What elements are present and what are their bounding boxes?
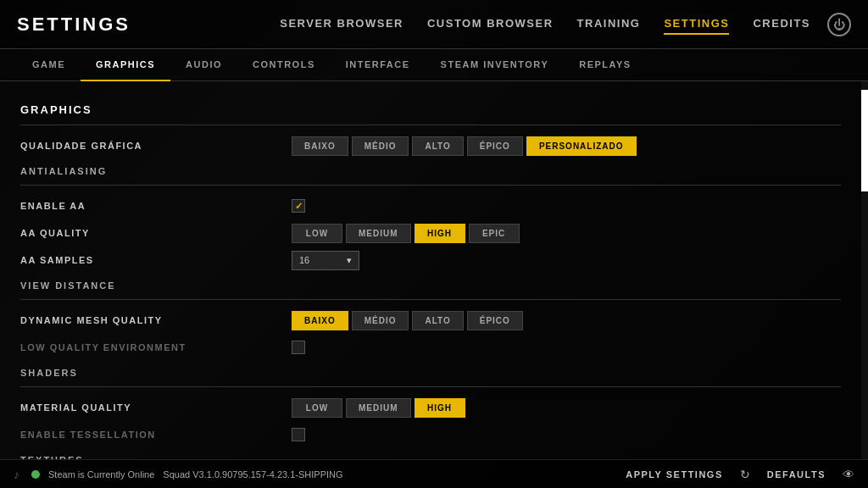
aa-btn-medium[interactable]: MEDIUM	[346, 224, 411, 243]
view-distance-title: VIEW DISTANCE	[20, 280, 841, 291]
main-content: GRAPHICS QUALIDADE GRÁFICA BAIXO MÉDIO A…	[0, 81, 868, 459]
aa-btn-high[interactable]: HIGH	[415, 224, 465, 243]
btn-baixo[interactable]: BAIXO	[292, 136, 348, 156]
defaults-button[interactable]: DEFAULTS	[767, 469, 826, 480]
nav-settings[interactable]: SETTINGS	[664, 14, 729, 35]
tab-replays[interactable]: REPLAYS	[564, 49, 646, 81]
nav-links: SERVER BROWSER CUSTOM BROWSER TRAINING S…	[280, 14, 810, 35]
power-button[interactable]: ⏻	[827, 13, 851, 36]
music-note-icon: ♪	[14, 468, 19, 481]
steam-status-dot	[31, 470, 40, 479]
aa-samples-label: AA SAMPLES	[20, 255, 292, 265]
status-right: APPLY SETTINGS ↻ DEFAULTS 👁	[626, 468, 854, 481]
nav-custom-browser[interactable]: CUSTOM BROWSER	[427, 14, 554, 35]
nav-training[interactable]: TRAINING	[577, 14, 641, 35]
nav-credits[interactable]: CREDITS	[753, 14, 810, 35]
btn-personalizado[interactable]: PERSONALIZADO	[526, 136, 637, 156]
material-quality-options: LOW MEDIUM HIGH	[292, 398, 465, 418]
nav-server-browser[interactable]: SERVER BROWSER	[280, 14, 403, 35]
qualidade-grafica-options: BAIXO MÉDIO ALTO ÉPICO PERSONALIZADO	[292, 136, 637, 156]
refresh-icon[interactable]: ↻	[740, 468, 750, 481]
low-quality-env-label: LOW QUALITY ENVIRONMENT	[20, 342, 292, 352]
tab-steam-inventory[interactable]: STEAM INVENTORY	[426, 49, 565, 81]
steam-status-text: Steam is Currently Online	[48, 469, 154, 480]
tab-interface[interactable]: INTERFACE	[331, 49, 426, 81]
enable-aa-row: ENABLE AA	[20, 192, 841, 219]
tab-bar: GAME GRAPHICS AUDIO CONTROLS INTERFACE S…	[0, 49, 868, 81]
scrollbar-track[interactable]	[861, 81, 868, 459]
dynamic-mesh-quality-row: DYNAMIC MESH QUALITY BAIXO MÉDIO ALTO ÉP…	[20, 307, 841, 334]
settings-panel: GRAPHICS QUALIDADE GRÁFICA BAIXO MÉDIO A…	[0, 81, 861, 459]
qualidade-grafica-row: QUALIDADE GRÁFICA BAIXO MÉDIO ALTO ÉPICO…	[20, 132, 841, 159]
scrollbar-thumb[interactable]	[861, 90, 868, 191]
enable-aa-label: ENABLE AA	[20, 201, 292, 211]
eye-icon[interactable]: 👁	[843, 468, 854, 481]
enable-tessellation-row: ENABLE TESSELLATION	[20, 421, 841, 448]
dynamic-mesh-quality-label: DYNAMIC MESH QUALITY	[20, 315, 292, 325]
aa-btn-low[interactable]: LOW	[292, 224, 342, 243]
dmq-btn-epico[interactable]: ÉPICO	[467, 311, 523, 330]
mq-btn-high[interactable]: HIGH	[415, 398, 465, 418]
enable-tessellation-checkbox[interactable]	[292, 428, 305, 441]
dmq-btn-alto[interactable]: ALTO	[412, 311, 463, 330]
apply-settings-button[interactable]: APPLY SETTINGS	[626, 469, 723, 480]
aa-samples-row: AA SAMPLES 16 ▾	[20, 247, 841, 274]
graphics-title: GRAPHICS	[20, 103, 841, 116]
material-quality-row: MATERIAL QUALITY LOW MEDIUM HIGH	[20, 394, 841, 421]
top-nav: SETTINGS SERVER BROWSER CUSTOM BROWSER T…	[0, 0, 868, 49]
tab-audio[interactable]: AUDIO	[170, 49, 237, 81]
dmq-btn-baixo[interactable]: BAIXO	[292, 311, 348, 330]
btn-epico[interactable]: ÉPICO	[467, 136, 523, 156]
status-left: ♪ Steam is Currently Online Squad V3.1.0…	[14, 468, 343, 481]
btn-medio[interactable]: MÉDIO	[352, 136, 409, 156]
shaders-title: SHADERS	[20, 368, 841, 378]
qualidade-grafica-label: QUALIDADE GRÁFICA	[20, 141, 292, 151]
tab-controls[interactable]: CONTROLS	[237, 49, 331, 81]
status-bar: ♪ Steam is Currently Online Squad V3.1.0…	[0, 459, 868, 488]
aa-quality-label: AA QUALITY	[20, 228, 292, 238]
dmq-btn-medio[interactable]: MÉDIO	[352, 311, 409, 330]
version-text: Squad V3.1.0.90795.157-4.23.1-SHIPPING	[163, 469, 342, 480]
mq-btn-medium[interactable]: MEDIUM	[346, 398, 411, 418]
mq-btn-low[interactable]: LOW	[292, 398, 342, 418]
app-title: SETTINGS	[17, 14, 131, 36]
material-quality-label: MATERIAL QUALITY	[20, 402, 292, 413]
btn-alto[interactable]: ALTO	[412, 136, 463, 156]
dynamic-mesh-options: BAIXO MÉDIO ALTO ÉPICO	[292, 311, 523, 330]
aa-samples-dropdown[interactable]: 16 ▾	[292, 251, 359, 270]
enable-aa-checkbox[interactable]	[292, 199, 305, 213]
aa-quality-options: LOW MEDIUM HIGH EPIC	[292, 224, 520, 243]
low-quality-env-row: LOW QUALITY ENVIRONMENT	[20, 334, 841, 361]
antialiasing-title: ANTIALIASING	[20, 166, 841, 176]
aa-quality-row: AA QUALITY LOW MEDIUM HIGH EPIC	[20, 219, 841, 247]
aa-btn-epic[interactable]: EPIC	[469, 224, 520, 243]
low-quality-env-checkbox[interactable]	[292, 341, 305, 354]
enable-tessellation-label: ENABLE TESSELLATION	[20, 430, 292, 440]
tab-game[interactable]: GAME	[17, 49, 81, 81]
tab-graphics[interactable]: GRAPHICS	[81, 49, 170, 81]
